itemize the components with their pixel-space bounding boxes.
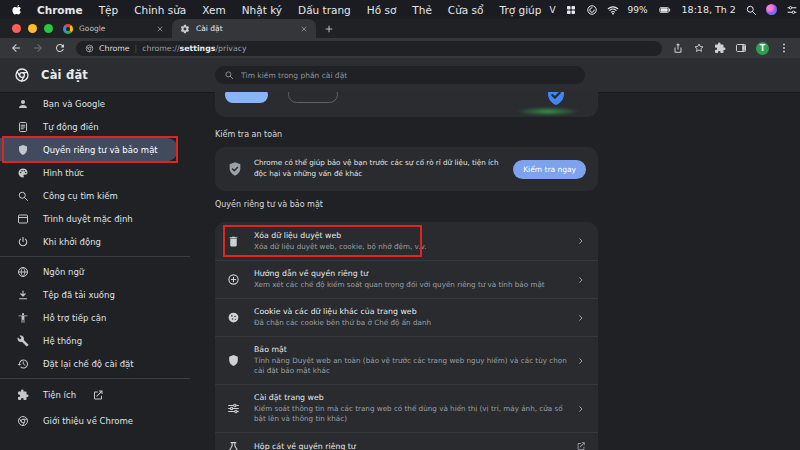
menubar-item-history[interactable]: Nhật ký xyxy=(234,4,290,16)
row-subtitle: Xem xét các chế độ kiểm soát quan trọng … xyxy=(254,280,570,290)
plus-icon xyxy=(324,24,334,34)
menubar-status-area: V 99% 18:18, Th 2 xyxy=(549,4,798,16)
reload-button[interactable] xyxy=(54,42,66,54)
promo-shield-illustration xyxy=(544,92,568,107)
row-subtitle: Tính năng Duyệt web an toàn (bảo vệ trướ… xyxy=(254,356,570,377)
google-favicon-icon xyxy=(63,24,73,34)
menubar-item-help[interactable]: Trợ giúp xyxy=(492,4,550,16)
promo-illustration-glow xyxy=(516,107,580,116)
address-bar[interactable]: Chrome | chrome://settings/privacy xyxy=(76,41,662,56)
input-source-indicator[interactable]: V xyxy=(549,5,555,15)
tab-google[interactable]: Google xyxy=(55,19,172,38)
row-subtitle: Kiểm soát thông tin mà các trang web có … xyxy=(254,404,570,425)
row-clear-browsing-data[interactable]: Xóa dữ liệu duyệt web Xóa dữ liệu duyệt … xyxy=(215,222,598,260)
chevron-right-icon xyxy=(576,404,586,414)
settings-content: Kiểm tra an toàn Chrome có thể giúp bảo … xyxy=(190,92,800,450)
side-panel-icon[interactable] xyxy=(735,42,747,54)
menubar-item-bookmarks[interactable]: Dấu trang xyxy=(290,4,359,16)
reset-clock-icon xyxy=(17,358,29,370)
battery-percent: 99% xyxy=(628,5,648,15)
search-icon xyxy=(17,190,29,202)
url-separator: | xyxy=(135,44,138,53)
row-privacy-sandbox[interactable]: Hộp cát về quyền riêng tư xyxy=(215,432,598,450)
row-privacy-guide[interactable]: Hướng dẫn về quyền riêng tư Xem xét các … xyxy=(215,260,598,298)
settings-favicon-icon xyxy=(180,24,190,34)
close-window-button[interactable] xyxy=(12,24,21,33)
sidebar-item-on-startup[interactable]: Khi khởi động xyxy=(0,230,178,253)
row-security[interactable]: Bảo mật Tính năng Duyệt web an toàn (bảo… xyxy=(215,336,598,384)
sidebar-item-you-and-google[interactable]: Bạn và Google xyxy=(0,92,178,115)
menubar-item-edit[interactable]: Chỉnh sửa xyxy=(126,4,194,16)
sidebar-item-reset-settings[interactable]: Đặt lại chế độ cài đặt xyxy=(0,352,178,375)
sidebar-item-label: Tự động điền xyxy=(43,122,99,132)
wrench-icon xyxy=(17,335,29,347)
settings-search-input[interactable] xyxy=(241,71,576,80)
extensions-icon[interactable] xyxy=(714,42,726,54)
promo-primary-button[interactable] xyxy=(225,92,268,103)
window-controls xyxy=(12,24,53,33)
bookmark-star-icon[interactable] xyxy=(693,42,705,54)
row-subtitle: Xóa dữ liệu duyệt web, cookie, bộ nhớ đệ… xyxy=(254,242,570,252)
row-title: Cookie và các dữ liệu khác của trang web xyxy=(254,306,570,318)
sidebar-item-label: Trình duyệt mặc định xyxy=(43,214,133,224)
zoom-window-button[interactable] xyxy=(44,24,53,33)
menubar-item-profiles[interactable]: Hồ sơ xyxy=(359,4,405,16)
sidebar-item-default-browser[interactable]: Trình duyệt mặc định xyxy=(0,207,178,230)
forward-button[interactable] xyxy=(32,42,44,54)
browser-window-icon xyxy=(17,213,29,225)
menubar-clock[interactable]: 18:18, Th 2 xyxy=(682,4,736,15)
settings-search[interactable] xyxy=(215,66,585,84)
keyboard-grid-icon[interactable] xyxy=(565,4,577,16)
wifi-icon[interactable] xyxy=(607,4,619,16)
chevron-right-icon xyxy=(576,236,586,246)
menubar-item-file[interactable]: Tệp xyxy=(91,4,127,16)
sidebar-item-appearance[interactable]: Hình thức xyxy=(0,161,178,184)
control-center-icon[interactable] xyxy=(786,4,798,16)
menubar-item-tab[interactable]: Thẻ xyxy=(404,4,440,16)
sidebar-item-extensions[interactable]: Tiện ích xyxy=(0,382,178,408)
new-tab-button[interactable] xyxy=(316,19,342,38)
sidebar-item-system[interactable]: Hệ thống xyxy=(0,329,178,352)
puzzle-icon xyxy=(17,389,29,401)
promo-secondary-button[interactable] xyxy=(288,92,338,103)
chevron-right-icon xyxy=(576,313,586,323)
apple-menu-icon[interactable] xyxy=(12,3,23,16)
settings-sidebar: Bạn và Google Tự động điền Quyền riêng t… xyxy=(0,92,190,450)
sidebar-item-label: Giới thiệu về Chrome xyxy=(43,416,133,426)
row-cookies[interactable]: Cookie và các dữ liệu khác của trang web… xyxy=(215,298,598,336)
sidebar-item-privacy-and-security[interactable]: Quyền riêng tư và bảo mật xyxy=(0,138,178,161)
app-status-icon[interactable] xyxy=(586,4,598,16)
sidebar-item-accessibility[interactable]: Hỗ trợ tiếp cận xyxy=(0,306,178,329)
minimize-window-button[interactable] xyxy=(28,24,37,33)
back-button[interactable] xyxy=(10,42,22,54)
siri-icon[interactable] xyxy=(766,4,777,15)
menubar-item-view[interactable]: Xem xyxy=(194,4,233,16)
sidebar-item-languages[interactable]: Ngôn ngữ xyxy=(0,260,178,283)
settings-header: Cài đặt xyxy=(0,58,800,92)
sidebar-item-search-engine[interactable]: Công cụ tìm kiếm xyxy=(0,184,178,207)
menubar-menus: Chrome Tệp Chỉnh sửa Xem Nhật ký Dấu tra… xyxy=(12,3,549,16)
check-now-button[interactable]: Kiểm tra ngay xyxy=(513,160,586,179)
section-title-privacy: Quyền riêng tư và bảo mật xyxy=(215,200,323,209)
sidebar-item-about-chrome[interactable]: Giới thiệu về Chrome xyxy=(0,408,178,434)
battery-icon[interactable] xyxy=(657,4,673,16)
sidebar-item-label: Tiện ích xyxy=(43,390,76,400)
safety-check-message: Chrome có thể giúp bảo vệ bạn trước các … xyxy=(254,158,513,180)
spotlight-search-icon[interactable] xyxy=(745,4,757,16)
privacy-guide-icon xyxy=(227,273,240,286)
url-text: chrome://settings/privacy xyxy=(142,44,246,53)
close-tab-icon[interactable] xyxy=(300,25,308,33)
profile-avatar[interactable]: T xyxy=(756,42,769,55)
close-tab-icon[interactable] xyxy=(156,25,164,33)
macos-menubar: Chrome Tệp Chỉnh sửa Xem Nhật ký Dấu tra… xyxy=(0,0,800,19)
row-site-settings[interactable]: Cài đặt trang web Kiểm soát thông tin mà… xyxy=(215,384,598,432)
tab-settings[interactable]: Cài đặt xyxy=(172,19,316,38)
browser-menu-icon[interactable] xyxy=(778,42,790,54)
tabs: Google Cài đặt xyxy=(55,19,342,38)
menubar-item-app[interactable]: Chrome xyxy=(29,4,91,16)
sidebar-item-autofill[interactable]: Tự động điền xyxy=(0,115,178,138)
browser-toolbar: Chrome | chrome://settings/privacy T xyxy=(0,38,800,58)
menubar-item-window[interactable]: Cửa sổ xyxy=(440,4,492,16)
sidebar-item-downloads[interactable]: Tệp đã tải xuống xyxy=(0,283,178,306)
share-icon[interactable] xyxy=(672,42,684,54)
